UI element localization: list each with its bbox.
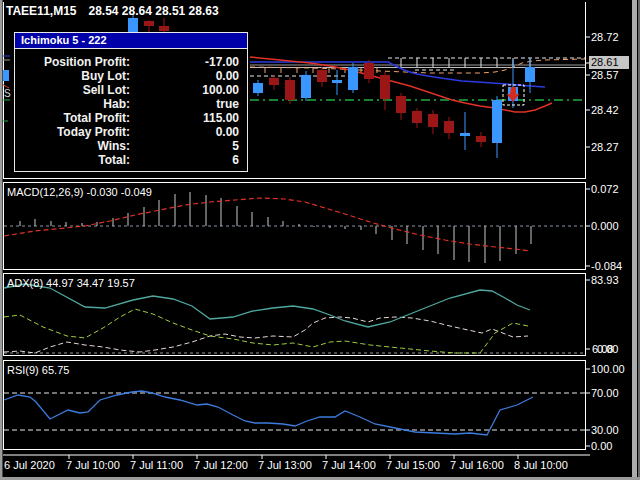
time-axis-label: 7 Jul 12:00 bbox=[194, 459, 248, 471]
ea-info-row: Buy Lot:0.00 bbox=[15, 69, 247, 83]
time-axis-label: 7 Jul 15:00 bbox=[386, 459, 440, 471]
chart-title: TAEE11,M1528.54 28.64 28.51 28.63 bbox=[6, 4, 219, 18]
rsi-axis-label: 30.00 bbox=[591, 424, 619, 436]
ea-info-row-label: Buy Lot: bbox=[15, 69, 130, 83]
ea-info-row-label: Total Profit: bbox=[15, 111, 130, 125]
sell-label-fragment: S bbox=[4, 88, 11, 99]
ea-info-row-label: Wins: bbox=[15, 139, 130, 153]
ea-info-row-label: Total: bbox=[15, 153, 130, 167]
symbol-period-label: TAEE11,M15 bbox=[6, 4, 76, 18]
macd-axis-label: 0.072 bbox=[591, 183, 619, 195]
ea-info-row: Total:6 bbox=[15, 153, 247, 167]
price-axis-label: 28.72 bbox=[591, 31, 619, 43]
time-axis-label: 8 Jul 10:00 bbox=[514, 459, 568, 471]
ea-info-row-value: 0.00 bbox=[130, 125, 247, 139]
macd-axis-label: 0.000 bbox=[591, 220, 619, 232]
ea-info-row-value: 0.00 bbox=[130, 69, 247, 83]
time-axis-label: 7 Jul 14:00 bbox=[322, 459, 376, 471]
ea-info-row-value: 5 bbox=[130, 139, 247, 153]
rsi-axis-label: 70.00 bbox=[591, 387, 619, 399]
ea-info-row: Sell Lot:100.00 bbox=[15, 83, 247, 97]
ea-info-row-value: 115.00 bbox=[130, 111, 247, 125]
ea-info-row-label: Today Profit: bbox=[15, 125, 130, 139]
time-axis-label: 7 Jul 11:00 bbox=[130, 459, 183, 471]
ea-info-row-value: true bbox=[130, 97, 247, 111]
ea-info-row-label: Hab: bbox=[15, 97, 130, 111]
right-scrollbar-strip[interactable] bbox=[632, 0, 637, 480]
rsi-axis-label: 0.00 bbox=[591, 440, 612, 452]
ohlc-values: 28.54 28.64 28.51 28.63 bbox=[88, 4, 218, 18]
ea-info-panel-title: Ichimoku 5 - 222 bbox=[15, 33, 247, 49]
price-axis-label: 28.57 bbox=[591, 69, 619, 81]
adx-axis-label: 83.93 bbox=[591, 274, 619, 286]
macd-title: MACD(12,26,9) -0.030 -0.049 bbox=[7, 186, 152, 198]
time-axis-label: 6 Jul 2020 bbox=[4, 459, 55, 471]
ea-info-row: Total Profit:115.00 bbox=[15, 111, 247, 125]
ea-info-row-label: Sell Lot: bbox=[15, 83, 130, 97]
ea-info-row: Position Profit:-17.00 bbox=[15, 55, 247, 69]
rsi-title: RSI(9) 65.75 bbox=[7, 364, 69, 376]
time-axis-label: 7 Jul 16:00 bbox=[450, 459, 504, 471]
terminal-window: TAEE11,M1528.54 28.64 28.51 28.63 MACD(1… bbox=[0, 0, 640, 480]
ea-info-panel: Ichimoku 5 - 222 Position Profit:-17.00B… bbox=[14, 32, 248, 172]
rsi-axis-label: 100.00 bbox=[591, 363, 625, 375]
ea-info-row-value: 6 bbox=[130, 153, 247, 167]
ea-info-row: Wins:5 bbox=[15, 139, 247, 153]
ea-info-rows: Position Profit:-17.00Buy Lot:0.00Sell L… bbox=[15, 49, 247, 167]
ea-info-row: Today Profit:0.00 bbox=[15, 125, 247, 139]
ea-info-row-label: Position Profit: bbox=[15, 55, 130, 69]
price-axis-label: 28.42 bbox=[591, 104, 619, 116]
price-axis-label: 28.27 bbox=[591, 141, 619, 153]
time-axis-label: 7 Jul 13:00 bbox=[258, 459, 312, 471]
rsi-indicator-panel[interactable] bbox=[3, 360, 586, 450]
adx-axis-label: 0.00 bbox=[597, 343, 618, 355]
ea-info-row-value: 100.00 bbox=[130, 83, 247, 97]
ea-info-row-value: -17.00 bbox=[130, 55, 247, 69]
window-frame-left-shadow bbox=[2, 0, 3, 480]
current-price-tag: 28.61 bbox=[589, 56, 629, 69]
macd-axis-label: -0.084 bbox=[591, 260, 622, 272]
ea-info-row: Hab:true bbox=[15, 97, 247, 111]
adx-title: ADX(8) 44.97 34.47 19.57 bbox=[7, 277, 135, 289]
time-axis-label: 7 Jul 10:00 bbox=[66, 459, 120, 471]
